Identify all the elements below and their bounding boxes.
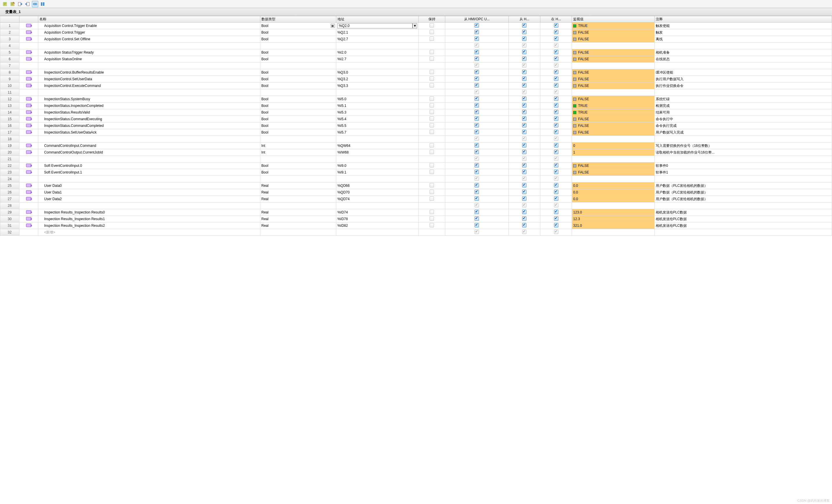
type-cell[interactable]: Bool bbox=[260, 56, 336, 62]
checkbox-checked-icon[interactable] bbox=[554, 110, 558, 114]
retain-cell[interactable] bbox=[419, 62, 445, 69]
name-cell[interactable]: InspectionStatus.ResultsValid bbox=[38, 109, 260, 116]
new-placeholder[interactable]: <新增> bbox=[38, 229, 260, 236]
hmi2-cell[interactable] bbox=[509, 83, 540, 89]
comment-cell[interactable]: 执行作业切换命令 bbox=[654, 83, 832, 89]
hmi2-cell[interactable] bbox=[509, 169, 540, 176]
retain-cell[interactable] bbox=[419, 69, 445, 76]
type-cell[interactable]: Bool bbox=[260, 129, 336, 136]
hdr-addr[interactable]: 地址 bbox=[336, 16, 418, 23]
checkbox-checked-icon[interactable] bbox=[522, 50, 526, 54]
address-cell[interactable]: %I5.4 bbox=[336, 116, 418, 122]
comment-cell[interactable]: 触发使能 bbox=[654, 23, 832, 29]
hmi3-cell[interactable] bbox=[540, 36, 572, 43]
hmi2-cell[interactable] bbox=[509, 36, 540, 43]
address-cell[interactable]: %ID74 bbox=[336, 209, 418, 216]
row-number[interactable]: 14 bbox=[0, 109, 20, 116]
hmi3-cell[interactable] bbox=[540, 62, 572, 69]
type-cell[interactable] bbox=[260, 176, 336, 183]
checkbox-checked-icon[interactable] bbox=[474, 190, 479, 194]
table-row[interactable]: 28 bbox=[0, 202, 832, 209]
comment-cell[interactable]: 用户数据（PLC发给相机的数据） bbox=[654, 196, 832, 202]
hmi1-cell[interactable] bbox=[445, 43, 509, 49]
name-cell[interactable]: Soft EventControlInput.1 bbox=[38, 169, 260, 176]
row-number[interactable]: 11 bbox=[0, 89, 20, 96]
name-cell[interactable]: InspectionStatus.CommandCompleted bbox=[38, 122, 260, 129]
name-cell[interactable]: InspectionControl.ExecuteCommand bbox=[38, 83, 260, 89]
checkbox-checked-icon[interactable] bbox=[554, 196, 558, 201]
address-cell[interactable]: %Q2.7 bbox=[336, 36, 418, 43]
type-cell[interactable] bbox=[260, 156, 336, 163]
comment-cell[interactable]: 缓冲区使能 bbox=[654, 69, 832, 76]
checkbox-checked-icon[interactable] bbox=[522, 130, 526, 134]
comment-cell[interactable] bbox=[654, 62, 832, 69]
hmi3-cell[interactable] bbox=[540, 103, 572, 109]
hmi1-cell[interactable] bbox=[445, 183, 509, 189]
hmi1-cell[interactable] bbox=[445, 36, 509, 43]
comment-cell[interactable] bbox=[654, 202, 832, 209]
row-number[interactable]: 9 bbox=[0, 76, 20, 83]
hmi1-cell[interactable] bbox=[445, 129, 509, 136]
checkbox-checked-icon[interactable] bbox=[474, 50, 479, 54]
toolbar-btn-1[interactable] bbox=[2, 1, 8, 7]
hmi3-cell[interactable] bbox=[540, 142, 572, 149]
table-row[interactable]: 8InspectionControl.BufferResultsEnableBo… bbox=[0, 69, 832, 76]
table-row[interactable]: 12InspectionStatus.SystemBusyBool%I5.0FA… bbox=[0, 96, 832, 103]
name-cell[interactable]: Acquisition StatusOnline bbox=[38, 56, 260, 62]
address-cell[interactable]: ▼ bbox=[336, 23, 418, 29]
type-cell[interactable]: Int bbox=[260, 142, 336, 149]
comment-cell[interactable]: 相机准备 bbox=[654, 49, 832, 56]
checkbox-checked-icon[interactable] bbox=[554, 83, 558, 87]
checkbox-checked-icon[interactable] bbox=[522, 70, 526, 74]
checkbox-unchecked-icon[interactable] bbox=[430, 50, 434, 54]
address-cell[interactable]: %IW68 bbox=[336, 149, 418, 156]
checkbox-checked-icon[interactable] bbox=[554, 123, 558, 128]
checkbox-checked-icon[interactable] bbox=[522, 103, 526, 108]
checkbox-checked-icon[interactable] bbox=[474, 110, 479, 114]
hmi1-cell[interactable] bbox=[445, 136, 509, 142]
checkbox-checked-icon[interactable] bbox=[522, 77, 526, 81]
comment-cell[interactable] bbox=[654, 43, 832, 49]
type-cell[interactable] bbox=[260, 89, 336, 96]
hmi3-cell[interactable] bbox=[540, 156, 572, 163]
retain-cell[interactable] bbox=[419, 109, 445, 116]
checkbox-checked-icon[interactable] bbox=[522, 23, 526, 28]
hmi2-cell[interactable] bbox=[509, 176, 540, 183]
checkbox-checked-icon[interactable] bbox=[474, 196, 479, 201]
checkbox-checked-icon[interactable] bbox=[474, 216, 479, 221]
row-number[interactable]: 26 bbox=[0, 189, 20, 196]
comment-cell[interactable] bbox=[654, 156, 832, 163]
checkbox-unchecked-icon[interactable] bbox=[430, 223, 434, 227]
hmi1-cell[interactable] bbox=[445, 122, 509, 129]
comment-cell[interactable]: 结果可用 bbox=[654, 109, 832, 116]
table-row[interactable]: 16InspectionStatus.CommandCompletedBool%… bbox=[0, 122, 832, 129]
name-cell[interactable]: Acquisition Control.Trigger Enable bbox=[38, 23, 260, 29]
comment-cell[interactable]: 相机发送给PLC数据 bbox=[654, 209, 832, 216]
comment-cell[interactable]: 离线 bbox=[654, 36, 832, 43]
name-cell[interactable]: Inspection Results_Inspection Results0 bbox=[38, 209, 260, 216]
type-cell[interactable]: Bool bbox=[260, 96, 336, 103]
name-cell[interactable]: User Data0 bbox=[38, 183, 260, 189]
row-number[interactable]: 7 bbox=[0, 62, 20, 69]
address-input[interactable] bbox=[337, 23, 413, 28]
checkbox-checked-icon[interactable] bbox=[522, 163, 526, 167]
table-row[interactable]: 25User Data0Real%QD660.0用户数据（PLC发给相机的数据） bbox=[0, 183, 832, 189]
hmi3-cell[interactable] bbox=[540, 183, 572, 189]
address-cell[interactable]: %ID82 bbox=[336, 222, 418, 229]
checkbox-checked-icon[interactable] bbox=[474, 103, 479, 108]
name-cell[interactable]: InspectionStatus.CommandExecuting bbox=[38, 116, 260, 122]
address-cell[interactable] bbox=[336, 202, 418, 209]
checkbox-checked-icon[interactable] bbox=[522, 123, 526, 128]
checkbox-checked-icon[interactable] bbox=[554, 143, 558, 147]
checkbox-unchecked-icon[interactable] bbox=[430, 183, 434, 188]
hmi3-cell[interactable] bbox=[540, 116, 572, 122]
row-number[interactable]: 15 bbox=[0, 116, 20, 122]
name-cell[interactable]: InspectionControl.SetUserData bbox=[38, 76, 260, 83]
hmi2-cell[interactable] bbox=[509, 96, 540, 103]
checkbox-checked-icon[interactable] bbox=[554, 70, 558, 74]
checkbox-checked-icon[interactable] bbox=[554, 96, 558, 101]
hmi1-cell[interactable] bbox=[445, 163, 509, 169]
checkbox-checked-icon[interactable] bbox=[554, 77, 558, 81]
address-cell[interactable]: %QD66 bbox=[336, 183, 418, 189]
checkbox-checked-icon[interactable] bbox=[554, 163, 558, 167]
